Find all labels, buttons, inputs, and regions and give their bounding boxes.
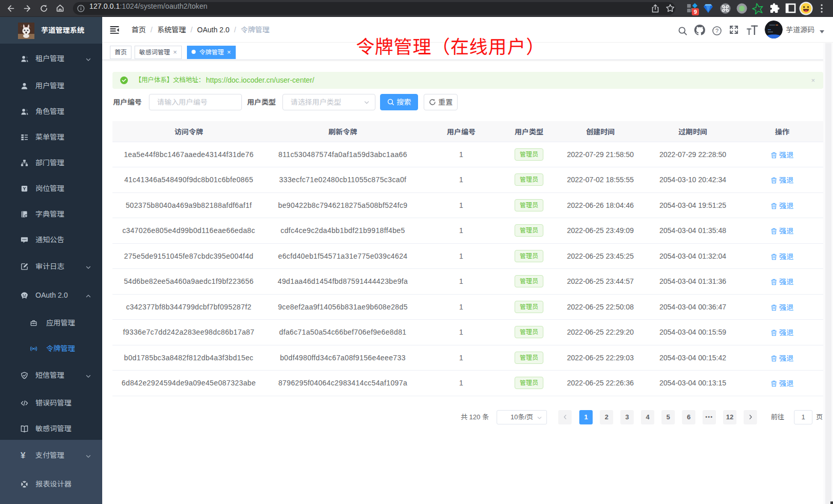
svg-text:?: ? [715, 28, 718, 34]
svg-text:9: 9 [694, 9, 697, 15]
